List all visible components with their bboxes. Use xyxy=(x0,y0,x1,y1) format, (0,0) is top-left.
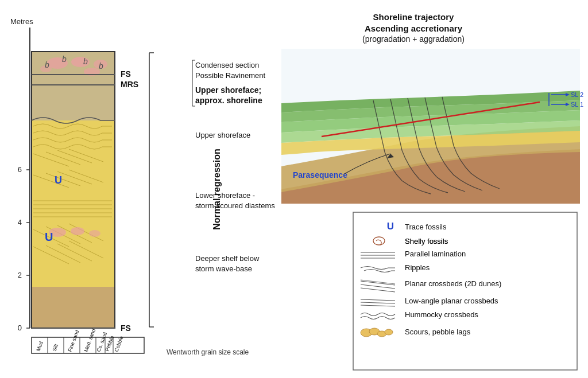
svg-point-18 xyxy=(84,68,100,76)
svg-text:SL 1: SL 1 xyxy=(571,101,583,108)
svg-text:Ascending accretionary: Ascending accretionary xyxy=(365,24,463,33)
svg-text:Scours, pebble lags: Scours, pebble lags xyxy=(405,328,471,336)
svg-text:Cs. sand: Cs. sand xyxy=(95,332,108,353)
svg-rect-12 xyxy=(32,120,115,195)
svg-text:Silt: Silt xyxy=(51,343,59,352)
svg-text:b: b xyxy=(45,60,49,69)
svg-text:Lower shoreface -: Lower shoreface - xyxy=(195,191,255,200)
svg-text:b: b xyxy=(83,57,88,66)
svg-marker-79 xyxy=(566,93,570,96)
svg-text:Hummocky crossbeds: Hummocky crossbeds xyxy=(405,310,478,319)
svg-rect-11 xyxy=(32,195,115,287)
svg-text:Metres: Metres xyxy=(10,17,33,26)
svg-text:Normal regression: Normal regression xyxy=(212,149,222,229)
svg-text:Shoreline trajectory: Shoreline trajectory xyxy=(373,12,455,22)
svg-text:(progradation + aggradation): (progradation + aggradation) xyxy=(362,34,465,44)
svg-line-98 xyxy=(361,285,395,289)
svg-text:U: U xyxy=(387,221,394,232)
svg-text:Shelly fossils: Shelly fossils xyxy=(405,237,448,245)
svg-rect-49 xyxy=(32,52,115,328)
svg-text:SL 2: SL 2 xyxy=(571,91,583,98)
svg-text:b: b xyxy=(62,54,67,64)
svg-text:0: 0 xyxy=(18,324,22,332)
svg-text:Med. sand: Med. sand xyxy=(83,328,96,353)
svg-line-100 xyxy=(361,280,395,284)
svg-text:Low-angle planar crossbeds: Low-angle planar crossbeds xyxy=(405,297,498,305)
svg-text:Possible Ravinement: Possible Ravinement xyxy=(195,71,266,80)
svg-text:MRS: MRS xyxy=(121,80,138,89)
svg-text:Fine sand: Fine sand xyxy=(67,329,80,353)
svg-line-35 xyxy=(69,241,103,258)
svg-line-41 xyxy=(46,173,80,186)
svg-line-43 xyxy=(69,170,103,182)
svg-text:Upper shoreface;: Upper shoreface; xyxy=(195,85,261,95)
svg-text:Deeper shelf below: Deeper shelf below xyxy=(195,254,260,263)
svg-text:storm-scoured diastems: storm-scoured diastems xyxy=(195,201,275,210)
main-container: 0 2 4 6 Metres b b b b xyxy=(0,0,588,378)
svg-line-38 xyxy=(57,150,92,163)
svg-line-33 xyxy=(46,245,80,263)
svg-text:U: U xyxy=(45,231,53,243)
svg-text:FS: FS xyxy=(121,324,131,333)
svg-line-99 xyxy=(361,288,395,292)
svg-text:b: b xyxy=(99,61,103,71)
svg-text:storm wave-base: storm wave-base xyxy=(195,264,252,273)
svg-line-30 xyxy=(57,225,92,243)
svg-text:Ripples: Ripples xyxy=(405,263,430,272)
svg-text:Parasequence: Parasequence xyxy=(293,170,347,180)
svg-rect-112 xyxy=(32,337,144,353)
svg-point-46 xyxy=(89,230,100,237)
svg-line-28 xyxy=(33,229,69,247)
svg-text:Condensed section: Condensed section xyxy=(195,61,259,69)
diagram-svg: 0 2 4 6 Metres b b b b xyxy=(0,0,588,378)
svg-text:Wentworth grain size scale: Wentworth grain size scale xyxy=(167,348,249,356)
svg-marker-82 xyxy=(566,103,570,106)
svg-point-109 xyxy=(377,331,386,337)
svg-text:Shelly fossils: Shelly fossils xyxy=(405,237,448,245)
svg-point-90 xyxy=(373,237,385,245)
svg-text:Parallel lamination: Parallel lamination xyxy=(405,250,466,258)
svg-rect-87 xyxy=(353,212,577,370)
svg-line-37 xyxy=(46,152,80,165)
svg-line-36 xyxy=(33,154,69,166)
svg-line-77 xyxy=(322,102,540,137)
svg-point-110 xyxy=(385,329,393,335)
svg-line-29 xyxy=(46,227,80,244)
svg-line-42 xyxy=(57,172,92,184)
svg-text:2: 2 xyxy=(18,271,22,279)
svg-text:Trace fossils: Trace fossils xyxy=(405,223,447,231)
svg-line-104 xyxy=(361,305,395,306)
svg-point-16 xyxy=(94,60,107,69)
svg-line-102 xyxy=(361,299,395,301)
svg-point-14 xyxy=(47,57,68,69)
svg-point-15 xyxy=(71,57,90,67)
svg-line-31 xyxy=(69,224,103,241)
svg-line-97 xyxy=(361,281,395,285)
svg-line-34 xyxy=(57,244,92,261)
svg-marker-86 xyxy=(387,154,394,158)
svg-line-32 xyxy=(33,247,69,264)
svg-text:U: U xyxy=(55,174,62,186)
svg-point-45 xyxy=(71,227,84,235)
svg-point-17 xyxy=(40,65,52,72)
svg-text:Mud: Mud xyxy=(35,341,44,352)
svg-line-103 xyxy=(361,302,395,303)
svg-text:Cobble: Cobble xyxy=(113,335,124,352)
svg-line-39 xyxy=(69,149,103,162)
svg-rect-10 xyxy=(32,287,115,328)
svg-point-108 xyxy=(369,328,380,335)
svg-text:4: 4 xyxy=(18,218,22,227)
svg-text:approx. shoreline: approx. shoreline xyxy=(195,96,262,105)
svg-line-40 xyxy=(33,175,69,188)
svg-point-107 xyxy=(361,329,372,337)
svg-point-44 xyxy=(49,228,66,237)
svg-text:6: 6 xyxy=(18,165,22,174)
svg-text:Planar crossbeds (2D dunes): Planar crossbeds (2D dunes) xyxy=(405,279,501,288)
svg-text:FS: FS xyxy=(121,69,131,79)
svg-text:Pebble: Pebble xyxy=(104,335,115,352)
svg-rect-76 xyxy=(281,49,580,204)
svg-rect-13 xyxy=(32,52,115,120)
svg-text:Upper shoreface: Upper shoreface xyxy=(195,131,250,139)
